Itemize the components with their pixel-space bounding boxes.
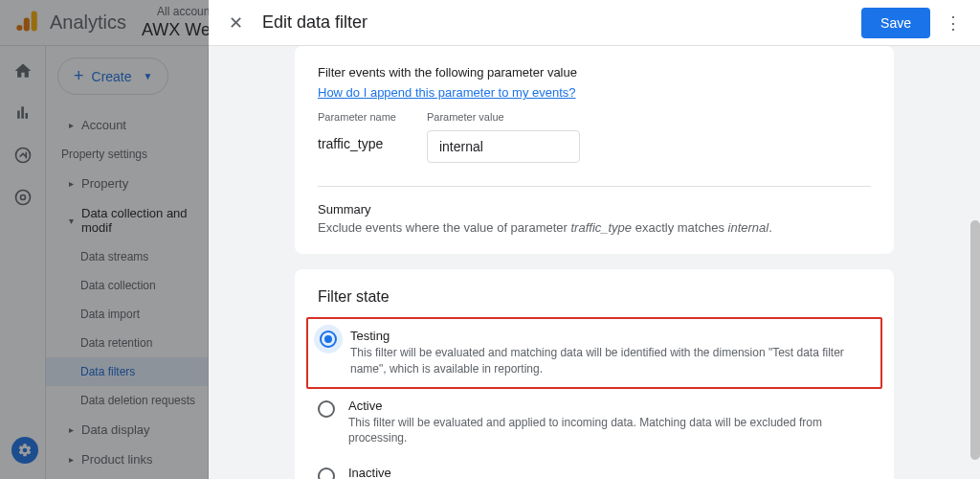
- filter-state-card: Filter state Testing This filter will be…: [295, 269, 894, 479]
- filter-state-heading: Filter state: [306, 288, 882, 306]
- scrollbar-thumb[interactable]: [970, 220, 980, 460]
- radio-option-testing[interactable]: Testing This filter will be evaluated an…: [306, 317, 882, 389]
- summary-text: Exclude events where the value of parame…: [318, 220, 871, 235]
- parameter-card: Filter events with the following paramet…: [295, 46, 894, 254]
- radio-option-inactive[interactable]: Inactive This filter will not be evaluat…: [306, 456, 882, 479]
- radio-icon: [318, 400, 335, 418]
- radio-icon: [318, 468, 335, 479]
- radio-title: Testing: [350, 329, 869, 343]
- param-name-value: traffic_type: [318, 130, 396, 151]
- radio-icon: [320, 331, 337, 348]
- radio-option-active[interactable]: Active This filter will be evaluated and…: [306, 389, 882, 457]
- close-icon[interactable]: ✕: [224, 11, 247, 34]
- radio-title: Inactive: [348, 466, 871, 479]
- filter-events-heading: Filter events with the following paramet…: [318, 65, 871, 80]
- panel-body: Filter events with the following paramet…: [209, 46, 980, 479]
- radio-desc: This filter will be evaluated and matchi…: [350, 345, 869, 377]
- edit-filter-panel: ✕ Edit data filter Save ⋮ Filter events …: [209, 0, 980, 479]
- radio-title: Active: [348, 399, 871, 413]
- more-menu-icon[interactable]: ⋮: [942, 11, 965, 34]
- panel-title: Edit data filter: [262, 12, 861, 33]
- help-link[interactable]: How do I append this parameter to my eve…: [318, 85, 576, 100]
- save-button[interactable]: Save: [861, 8, 930, 38]
- panel-header: ✕ Edit data filter Save ⋮: [209, 0, 980, 46]
- param-value-label: Parameter value: [427, 111, 580, 123]
- summary-label: Summary: [318, 202, 871, 217]
- param-value-input[interactable]: [427, 130, 580, 163]
- param-name-label: Parameter name: [318, 111, 396, 123]
- radio-desc: This filter will be evaluated and applie…: [348, 415, 871, 447]
